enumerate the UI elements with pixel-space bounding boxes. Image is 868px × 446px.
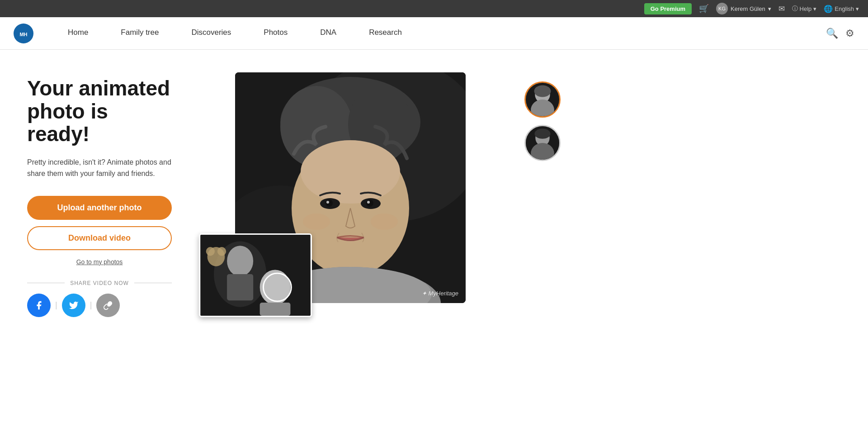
svg-point-16 (367, 201, 370, 204)
avatar-1-image (526, 81, 559, 118)
share-line-right (134, 283, 172, 283)
search-icon[interactable]: 🔍 (826, 28, 838, 39)
share-link-button[interactable] (96, 294, 120, 317)
svg-point-17 (303, 214, 330, 230)
share-sep-2: | (85, 300, 97, 310)
nav-photos[interactable]: Photos (247, 17, 304, 50)
svg-point-28 (206, 247, 215, 256)
svg-point-29 (217, 247, 226, 256)
nav-right-actions: 🔍 ⚙ (826, 28, 854, 39)
cart-icon[interactable]: 🛒 (699, 4, 709, 14)
left-panel: Your animated photo is ready! Pretty inc… (27, 72, 172, 317)
nav-family-tree[interactable]: Family tree (104, 17, 175, 50)
page-subtitle: Pretty incredible, isn't it? Animate pho… (27, 157, 172, 180)
svg-point-14 (366, 199, 373, 207)
top-bar: Go Premium 🛒 KG Kerem Gülen ▾ ✉ ⓘ Help ▾… (0, 0, 868, 17)
share-line-left (27, 283, 65, 283)
link-icon (103, 300, 113, 310)
svg-rect-26 (260, 303, 291, 316)
share-twitter-button[interactable] (62, 294, 85, 317)
svg-point-23 (227, 246, 253, 276)
help-chevron-icon: ▾ (813, 5, 816, 12)
nav-home[interactable]: Home (52, 17, 104, 50)
nav-discoveries[interactable]: Discoveries (175, 17, 247, 50)
preview-thumbnail (199, 233, 312, 317)
avatar-2-image (526, 125, 559, 161)
help-circle-icon: ⓘ (792, 5, 798, 13)
preview-thumb-inner (200, 235, 311, 316)
share-section: SHARE VIDEO NOW | | (27, 280, 172, 317)
user-menu[interactable]: KG Kerem Gülen ▾ (716, 3, 771, 14)
main-content: Your animated photo is ready! Pretty inc… (0, 50, 868, 335)
twitter-icon (69, 300, 79, 310)
upload-another-photo-button[interactable]: Upload another photo (27, 196, 172, 220)
mail-icon[interactable]: ✉ (778, 4, 785, 14)
avatar-2[interactable] (524, 125, 561, 161)
page-title: Your animated photo is ready! (27, 77, 172, 146)
svg-point-13 (326, 199, 333, 207)
svg-point-34 (534, 85, 551, 97)
nav-research[interactable]: Research (353, 17, 418, 50)
svg-text:MH: MH (19, 32, 27, 37)
go-premium-button[interactable]: Go Premium (644, 3, 692, 14)
download-video-button[interactable]: Download video (27, 226, 172, 250)
language-menu[interactable]: 🌐 English ▾ (824, 5, 859, 13)
avatar-1[interactable] (524, 81, 561, 118)
help-menu[interactable]: ⓘ Help ▾ (792, 5, 817, 13)
facebook-icon (34, 300, 44, 310)
preview-svg (200, 235, 311, 316)
language-label: English (835, 5, 854, 12)
user-chevron-icon: ▾ (768, 5, 771, 12)
logo-icon: MH (14, 24, 33, 43)
photo-area: ✦ MyHeritage (199, 72, 488, 317)
svg-point-38 (534, 129, 550, 139)
nav-links: Home Family tree Discoveries Photos DNA … (52, 17, 826, 50)
share-label-row: SHARE VIDEO NOW (27, 280, 172, 286)
svg-rect-24 (227, 274, 253, 300)
settings-icon[interactable]: ⚙ (845, 28, 854, 39)
share-buttons: | | (27, 294, 172, 317)
svg-point-30 (263, 273, 291, 301)
user-avatar: KG (716, 3, 728, 14)
svg-point-18 (371, 214, 398, 230)
photo-watermark: ✦ MyHeritage (422, 290, 458, 297)
svg-point-15 (326, 201, 329, 204)
right-avatars (524, 72, 561, 317)
nav-dna[interactable]: DNA (304, 17, 353, 50)
lang-chevron-icon: ▾ (856, 5, 859, 12)
username-label: Kerem Gülen (731, 5, 765, 12)
help-label: Help (800, 5, 812, 12)
svg-point-10 (301, 140, 400, 204)
share-sep-1: | (51, 300, 62, 310)
share-label: SHARE VIDEO NOW (70, 280, 129, 286)
logo[interactable]: MH (14, 24, 33, 43)
share-facebook-button[interactable] (27, 294, 51, 317)
main-nav: MH Home Family tree Discoveries Photos D… (0, 17, 868, 50)
globe-icon: 🌐 (824, 5, 833, 13)
go-to-my-photos-link[interactable]: Go to my photos (27, 258, 172, 266)
